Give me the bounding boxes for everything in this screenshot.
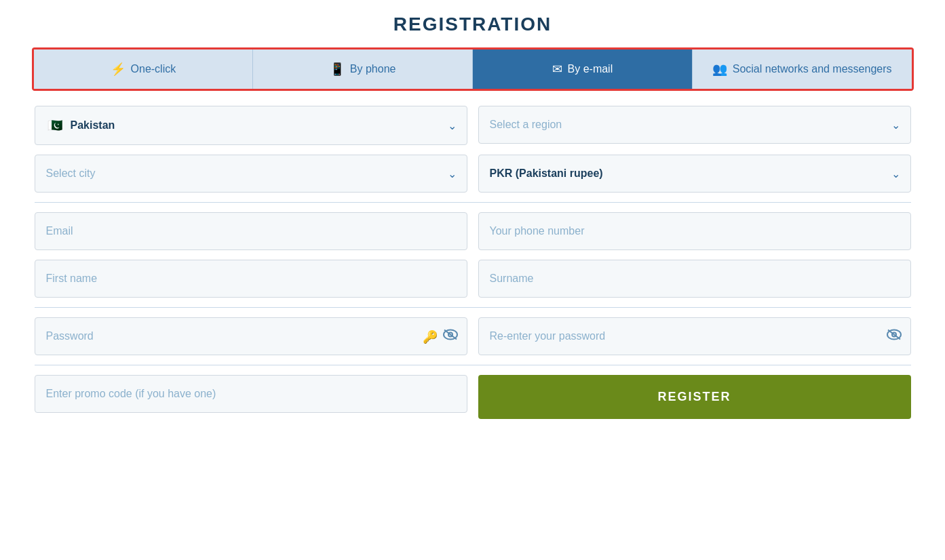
- lightning-icon: ⚡: [111, 62, 126, 77]
- firstname-col: [35, 260, 467, 298]
- surname-field[interactable]: [478, 260, 911, 298]
- email-field[interactable]: [35, 212, 467, 250]
- repassword-col: [478, 317, 911, 355]
- country-select[interactable]: 🇵🇰 Pakistan: [35, 106, 467, 145]
- divider-3: [35, 365, 911, 365]
- surname-col: [478, 260, 911, 298]
- phone-field[interactable]: [478, 212, 911, 250]
- city-select[interactable]: [35, 155, 467, 193]
- tab-social[interactable]: 👥 Social networks and messengers: [693, 49, 912, 89]
- password-row: 🔑: [35, 317, 911, 355]
- promo-col: [35, 375, 467, 419]
- region-col: ⌄: [478, 106, 911, 145]
- password-icons: 🔑: [423, 329, 458, 344]
- region-select-wrapper: ⌄: [478, 106, 911, 144]
- show-repassword-icon[interactable]: [887, 329, 902, 344]
- city-currency-row: ⌄ ⌄: [35, 155, 911, 193]
- currency-select-wrapper: ⌄: [478, 155, 911, 193]
- country-region-row: 🇵🇰 Pakistan ⌄ ⌄: [35, 106, 911, 145]
- currency-col: ⌄: [478, 155, 911, 193]
- city-select-wrapper: ⌄: [35, 155, 467, 193]
- email-col: [35, 212, 467, 250]
- repassword-field[interactable]: [478, 317, 911, 355]
- register-button[interactable]: REGISTER: [478, 375, 911, 419]
- name-row: [35, 260, 911, 298]
- promo-register-row: REGISTER: [35, 375, 911, 419]
- tab-one-click[interactable]: ⚡ One-click: [34, 49, 254, 89]
- tab-by-phone-label: By phone: [350, 63, 396, 75]
- password-wrapper: 🔑: [35, 317, 467, 355]
- phone-icon: 📱: [330, 62, 345, 77]
- country-name: Pakistan: [71, 119, 115, 132]
- password-col: 🔑: [35, 317, 467, 355]
- repassword-icons: [887, 329, 902, 344]
- password-field[interactable]: [35, 317, 467, 355]
- firstname-field[interactable]: [35, 260, 467, 298]
- region-select[interactable]: [478, 106, 911, 144]
- page-wrapper: REGISTRATION ⚡ One-click 📱 By phone ✉ By…: [32, 14, 914, 419]
- city-col: ⌄: [35, 155, 467, 193]
- promo-field[interactable]: [35, 375, 467, 413]
- email-phone-row: [35, 212, 911, 250]
- email-icon: ✉: [552, 62, 562, 77]
- phone-col: [478, 212, 911, 250]
- currency-select[interactable]: [478, 155, 911, 193]
- country-col: 🇵🇰 Pakistan ⌄: [35, 106, 467, 145]
- show-password-icon[interactable]: [443, 329, 458, 344]
- tab-by-email-label: By e-mail: [568, 63, 613, 75]
- key-icon: 🔑: [423, 329, 438, 344]
- tab-by-email[interactable]: ✉ By e-mail: [473, 49, 693, 89]
- divider-1: [35, 202, 911, 203]
- divider-2: [35, 307, 911, 308]
- register-col: REGISTER: [478, 375, 911, 419]
- social-icon: 👥: [712, 62, 727, 77]
- repassword-wrapper: [478, 317, 911, 355]
- page-title: REGISTRATION: [32, 14, 914, 35]
- tab-social-label: Social networks and messengers: [733, 63, 892, 75]
- tab-one-click-label: One-click: [131, 63, 176, 75]
- tab-by-phone[interactable]: 📱 By phone: [253, 49, 473, 89]
- form-section: 🇵🇰 Pakistan ⌄ ⌄ ⌄: [32, 106, 914, 419]
- country-select-wrapper: 🇵🇰 Pakistan ⌄: [35, 106, 467, 145]
- tabs-container: ⚡ One-click 📱 By phone ✉ By e-mail 👥 Soc…: [32, 47, 914, 91]
- country-flag: 🇵🇰: [46, 119, 64, 132]
